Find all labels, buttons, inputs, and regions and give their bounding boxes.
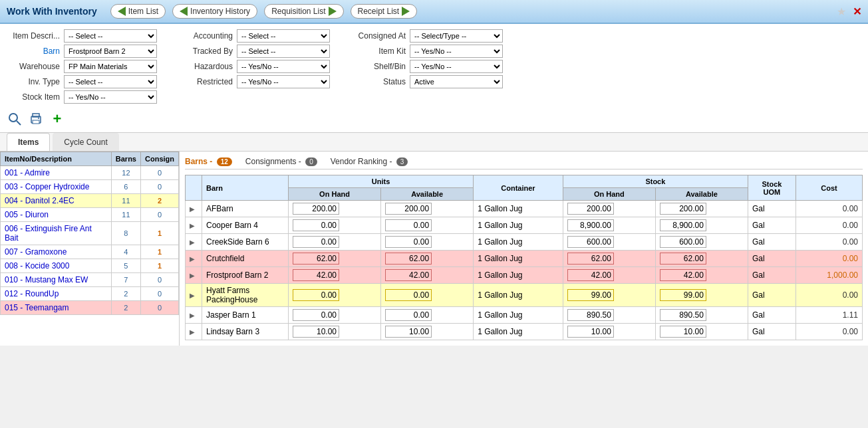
inventory-history-nav[interactable]: Inventory History <box>172 4 257 19</box>
stock-on-hand-field[interactable]: 10.00 <box>567 326 614 338</box>
status-select[interactable]: Active <box>410 75 503 88</box>
units-available-field[interactable]: 42.00 <box>385 269 432 281</box>
units-available-header: Available <box>381 188 474 201</box>
item-link[interactable]: 015 - Teemangam <box>5 303 69 312</box>
consigned-at-label: Consigned At <box>353 31 406 41</box>
add-button[interactable]: + <box>49 111 65 127</box>
stock-uom-header: StockUOM <box>748 175 796 201</box>
units-available-field[interactable]: 0.00 <box>385 309 432 321</box>
expand-icon[interactable]: ▶ <box>190 292 195 299</box>
col-header-barns: Barns <box>111 152 140 166</box>
stock-available-field[interactable]: 890.50 <box>660 309 706 321</box>
sub-tab-consignments[interactable]: Consignments - 0 <box>245 157 317 166</box>
item-kit-select[interactable]: -- Yes/No -- <box>410 45 503 58</box>
units-on-hand-field[interactable]: 10.00 <box>293 326 339 338</box>
consign-cell: 0 <box>141 208 179 222</box>
expand-icon[interactable]: ▶ <box>190 312 195 319</box>
stock-on-hand-field[interactable]: 890.50 <box>567 309 614 321</box>
units-available-field[interactable]: 0.00 <box>385 289 432 301</box>
units-on-hand-field[interactable]: 42.00 <box>293 269 339 281</box>
expand-icon[interactable]: ▶ <box>190 328 195 336</box>
units-available-field[interactable]: 200.00 <box>385 203 432 215</box>
tracked-by-select[interactable]: -- Select -- <box>237 45 330 58</box>
cost-cell: 1.11 <box>796 307 862 324</box>
left-panel: ItemNo/Description Barns Consign 001 - A… <box>0 152 180 346</box>
tab-cycle-count[interactable]: Cycle Count <box>53 133 118 151</box>
item-link[interactable]: 006 - Extinguish Fire Ant Bait <box>5 224 92 243</box>
filter-area: Item Descri... -- Select -- Barn Frostpr… <box>0 24 868 133</box>
barn-name-cell: AFBarn <box>202 201 289 217</box>
barns-cell: 2 <box>111 287 140 301</box>
stock-available-field[interactable]: 10.00 <box>660 326 706 338</box>
units-on-hand-field[interactable]: 0.00 <box>293 236 339 248</box>
print-button[interactable] <box>28 111 44 127</box>
cost-cell: 0.00 <box>796 201 862 217</box>
sub-tab-vendor-ranking[interactable]: Vendor Ranking - 3 <box>331 157 408 166</box>
units-available-field[interactable]: 10.00 <box>385 326 432 338</box>
stock-on-hand-field[interactable]: 62.00 <box>567 253 614 265</box>
stock-available-field[interactable]: 62.00 <box>660 253 706 265</box>
restricted-select[interactable]: -- Yes/No -- <box>237 75 330 88</box>
stock-available-field[interactable]: 8,900.00 <box>660 219 706 231</box>
barn-select[interactable]: Frostproof Barn 2 <box>64 45 157 58</box>
sub-tab-barns[interactable]: Barns - 12 <box>185 157 232 166</box>
barns-badge: 12 <box>217 158 232 166</box>
accounting-select[interactable]: -- Select -- <box>237 29 330 43</box>
expand-icon[interactable]: ▶ <box>190 239 195 246</box>
item-link[interactable]: 007 - Gramoxone <box>5 247 67 257</box>
units-available-field[interactable]: 0.00 <box>385 219 432 231</box>
receipt-list-nav[interactable]: Receipt List <box>351 4 418 19</box>
uom-cell: Gal <box>748 201 796 217</box>
units-on-hand-field[interactable]: 0.00 <box>293 309 339 321</box>
units-on-hand-field[interactable]: 62.00 <box>293 253 339 265</box>
stock-available-field[interactable]: 200.00 <box>660 203 706 215</box>
stock-available-field[interactable]: 42.00 <box>660 269 706 281</box>
item-list-nav[interactable]: Item List <box>110 4 166 19</box>
star-icon[interactable]: ★ <box>837 5 846 18</box>
main-content: ItemNo/Description Barns Consign 001 - A… <box>0 152 868 346</box>
search-button[interactable] <box>7 111 23 127</box>
table-row: ▶ AFBarn 200.00 200.00 1 Gallon Jug 200.… <box>186 201 863 217</box>
arrow-left-icon-2 <box>180 7 188 16</box>
item-desc-select[interactable]: -- Select -- <box>64 29 157 43</box>
units-on-hand-field[interactable]: 0.00 <box>293 219 339 231</box>
hazardous-select[interactable]: -- Yes/No -- <box>237 60 330 73</box>
stock-on-hand-field[interactable]: 8,900.00 <box>567 219 614 231</box>
units-on-hand-field[interactable]: 200.00 <box>293 203 339 215</box>
consigned-at-select[interactable]: -- Select/Type -- <box>410 29 503 43</box>
item-link[interactable]: 003 - Copper Hydroxide <box>5 182 89 191</box>
stock-on-hand-field[interactable]: 200.00 <box>567 203 614 215</box>
consignments-badge: 0 <box>305 158 317 166</box>
barn-name-cell: Lindsay Barn 3 <box>202 324 289 340</box>
requisition-list-nav[interactable]: Requisition List <box>264 4 343 19</box>
container-cell: 1 Gallon Jug <box>474 267 563 284</box>
stock-available-field[interactable]: 99.00 <box>660 289 706 301</box>
item-link[interactable]: 012 - RoundUp <box>5 289 59 298</box>
units-available-field[interactable]: 62.00 <box>385 253 432 265</box>
units-on-hand-field[interactable]: 0.00 <box>293 289 339 301</box>
tab-items[interactable]: Items <box>7 133 50 151</box>
shelf-bin-label: Shelf/Bin <box>353 62 406 71</box>
close-icon[interactable]: ✕ <box>853 5 861 18</box>
stock-on-hand-field[interactable]: 42.00 <box>567 269 614 281</box>
expand-icon[interactable]: ▶ <box>190 272 195 279</box>
barns-cell: 7 <box>111 273 140 287</box>
item-link[interactable]: 001 - Admire <box>5 168 50 177</box>
shelf-bin-select[interactable]: -- Yes/No -- <box>410 60 503 73</box>
stock-on-hand-field[interactable]: 600.00 <box>567 236 614 248</box>
item-link[interactable]: 004 - Danitol 2.4EC <box>5 196 74 205</box>
inv-type-select[interactable]: -- Select -- <box>64 75 157 88</box>
expand-icon[interactable]: ▶ <box>190 255 195 263</box>
table-row: ▶ Cooper Barn 4 0.00 0.00 1 Gallon Jug 8… <box>186 217 863 234</box>
item-link[interactable]: 005 - Diuron <box>5 210 49 219</box>
expand-icon[interactable]: ▶ <box>190 205 195 213</box>
stock-on-hand-field[interactable]: 99.00 <box>567 289 614 301</box>
warehouse-select[interactable]: FP Main Materials <box>64 60 157 73</box>
item-link[interactable]: 010 - Mustang Max EW <box>5 275 88 284</box>
expand-icon[interactable]: ▶ <box>190 222 195 229</box>
item-kit-label: Item Kit <box>353 47 406 56</box>
stock-available-field[interactable]: 600.00 <box>660 236 706 248</box>
item-link[interactable]: 008 - Kocide 3000 <box>5 261 69 270</box>
stock-item-select[interactable]: -- Yes/No -- <box>64 90 157 104</box>
units-available-field[interactable]: 0.00 <box>385 236 432 248</box>
